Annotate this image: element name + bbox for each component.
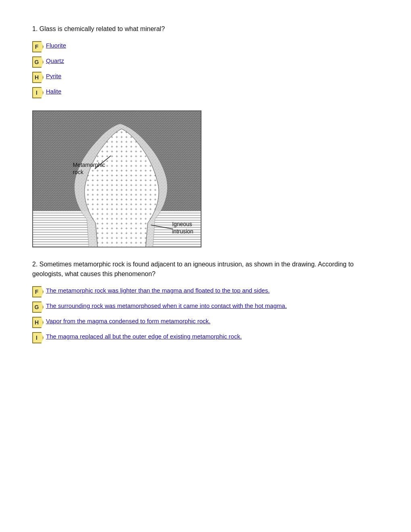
q2-option-f[interactable]: The metamorphic rock was lighter than th… [46,286,270,295]
q2-option-h[interactable]: Vapor from the magma condensed to form m… [46,317,210,326]
q2-answer-i: I The magma replaced all but the outer e… [32,332,379,343]
q1-option-i[interactable]: Halite [46,87,61,96]
q1-badge-g: G [32,56,44,68]
q2-answer-g: G The surrounding rock was metamorphosed… [32,301,379,313]
q1-option-h[interactable]: Pyrite [46,72,61,81]
svg-text:Metamorphic: Metamorphic [73,162,105,168]
q1-option-g[interactable]: Quartz [46,56,64,66]
q2-badge-g: G [32,301,44,313]
question-1-text: 1. Glass is chemically related to what m… [32,24,379,34]
q2-answer-f: F The metamorphic rock was lighter than … [32,286,379,297]
q2-badge-i: I [32,332,44,343]
svg-text:Igneous: Igneous [172,221,192,227]
q1-answer-f: F Fluorite [32,41,379,52]
question-2-text: 2. Sometimes metamorphic rock is found a… [32,260,379,279]
q2-option-i[interactable]: The magma replaced all but the outer edg… [46,332,242,341]
q1-answer-h: H Pyrite [32,72,379,83]
q1-answer-g: G Quartz [32,56,379,68]
q1-answer-list: F Fluorite G Quartz H Pyrite I Halite [32,41,379,98]
q1-option-f[interactable]: Fluorite [46,41,66,50]
q1-badge-f: F [32,41,44,52]
q2-option-g[interactable]: The surrounding rock was metamorphosed w… [46,301,287,311]
svg-text:intrusion: intrusion [172,228,193,235]
q2-answer-h: H Vapor from the magma condensed to form… [32,317,379,328]
svg-text:rock: rock [73,169,83,175]
geology-diagram: + [32,110,201,247]
q2-badge-h: H [32,317,44,328]
q1-badge-h: H [32,72,44,83]
q2-answer-list: F The metamorphic rock was lighter than … [32,286,379,343]
q2-badge-f: F [32,286,44,297]
q1-badge-i: I [32,87,44,98]
q1-answer-i: I Halite [32,87,379,98]
